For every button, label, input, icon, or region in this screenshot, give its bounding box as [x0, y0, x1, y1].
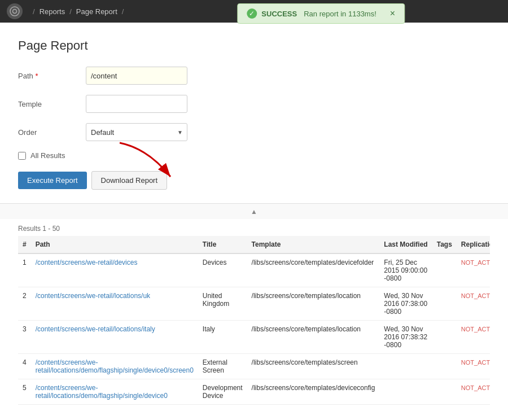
path-link[interactable]: /content/screens/we-retail/locations/ita… [36, 325, 155, 333]
table-row: 1 /content/screens/we-retail/devices Dev… [18, 253, 490, 287]
results-section: Results 1 - 50 # Path Title Template Las… [0, 219, 508, 405]
cell-title: Development Device [198, 379, 247, 405]
col-header-title: Title [198, 236, 247, 253]
cell-lastmod: Wed, 30 Nov 2016 07:38:00 -0800 [379, 287, 432, 321]
divider-row: ▲ [0, 203, 508, 219]
table-row: 3 /content/screens/we-retail/locations/i… [18, 321, 490, 354]
all-results-checkbox[interactable] [18, 152, 26, 160]
cell-num: 3 [18, 321, 31, 354]
cell-path: /content/screens/we-retail/locations/dem… [31, 354, 198, 379]
cell-repstatus: NOT_ACTIVATED [457, 354, 490, 379]
path-link[interactable]: /content/screens/we-retail/locations/dem… [36, 358, 194, 374]
order-select-wrap: Default Title Path Last Modified ▼ [86, 123, 187, 141]
cell-title: Italy [198, 321, 247, 354]
download-report-button[interactable]: Download Report [91, 171, 167, 190]
cell-num: 2 [18, 287, 31, 321]
table-row: 2 /content/screens/we-retail/locations/u… [18, 287, 490, 321]
table-header: # Path Title Template Last Modified Tags… [18, 236, 490, 253]
col-header-num: # [18, 236, 31, 253]
cell-template: /libs/screens/core/templates/location [247, 287, 380, 321]
cell-tags [432, 321, 457, 354]
cell-path: /content/screens/we-retail/locations/dem… [31, 379, 198, 405]
breadcrumb-page-report[interactable]: Page Report [76, 7, 117, 16]
path-form-group: Path * [18, 67, 490, 85]
breadcrumb-sep-3: / [122, 7, 124, 16]
table-header-row: # Path Title Template Last Modified Tags… [18, 236, 490, 253]
cell-title: External Screen [198, 354, 247, 379]
cell-template: /libs/screens/core/templates/devicefolde… [247, 253, 380, 287]
button-row: Execute Report Download Report [18, 171, 490, 190]
page-title: Page Report [18, 38, 490, 53]
col-header-repstatus: Replication Status [457, 236, 490, 253]
cell-path: /content/screens/we-retail/devices [31, 253, 198, 287]
breadcrumb-reports[interactable]: Reports [40, 7, 65, 16]
cell-title: Devices [198, 253, 247, 287]
results-table: # Path Title Template Last Modified Tags… [18, 236, 490, 405]
toast-success-icon: ✓ [247, 8, 257, 19]
order-select[interactable]: Default Title Path Last Modified [86, 123, 187, 141]
table-body: 1 /content/screens/we-retail/devices Dev… [18, 253, 490, 405]
path-input[interactable] [86, 67, 187, 85]
order-form-group: Order Default Title Path Last Modified ▼ [18, 123, 490, 141]
cell-path: /content/screens/we-retail/locations/ita… [31, 321, 198, 354]
all-results-group: All Results [18, 151, 490, 160]
cell-tags [432, 253, 457, 287]
cell-tags [432, 287, 457, 321]
col-header-template: Template [247, 236, 380, 253]
cell-repstatus: NOT_ACTIVATED [457, 379, 490, 405]
main-content: Page Report Path * Temple Order Default … [0, 23, 508, 420]
collapse-chevron-icon[interactable]: ▲ [251, 208, 257, 216]
table-row: 4 /content/screens/we-retail/locations/d… [18, 354, 490, 379]
path-link[interactable]: /content/screens/we-retail/locations/uk [36, 292, 150, 300]
path-label: Path * [18, 72, 86, 80]
cell-repstatus: NOT_ACTIVATED [457, 287, 490, 321]
replication-status-badge: NOT_ACTIVATED [461, 326, 490, 333]
results-table-wrap[interactable]: # Path Title Template Last Modified Tags… [18, 236, 490, 405]
cell-path: /content/screens/we-retail/locations/uk [31, 287, 198, 321]
svg-point-0 [10, 7, 19, 16]
toast-label: SUCCESS [261, 10, 297, 18]
cell-repstatus: NOT_ACTIVATED [457, 321, 490, 354]
execute-report-button[interactable]: Execute Report [18, 172, 87, 189]
cell-lastmod: Fri, 25 Dec 2015 09:00:00 -0800 [379, 253, 432, 287]
replication-status-badge: NOT_ACTIVATED [461, 259, 490, 266]
cell-tags [432, 354, 457, 379]
cell-lastmod [379, 379, 432, 405]
success-toast: ✓ SUCCESS Ran report in 1133ms! × [237, 3, 405, 24]
cell-template: /libs/screens/core/templates/deviceconfi… [247, 379, 380, 405]
svg-point-1 [13, 10, 17, 14]
col-header-lastmod: Last Modified [379, 236, 432, 253]
topbar: / Reports / Page Report / ✓ SUCCESS Ran … [0, 0, 508, 23]
col-header-tags: Tags [432, 236, 457, 253]
toast-message: Ran report in 1133ms! [304, 10, 376, 18]
cell-num: 1 [18, 253, 31, 287]
replication-status-badge: NOT_ACTIVATED [461, 359, 490, 366]
replication-status-badge: NOT_ACTIVATED [461, 384, 490, 391]
cell-num: 5 [18, 379, 31, 405]
temple-input[interactable] [86, 95, 187, 113]
cell-repstatus: NOT_ACTIVATED [457, 253, 490, 287]
table-row: 5 /content/screens/we-retail/locations/d… [18, 379, 490, 405]
temple-label: Temple [18, 100, 86, 108]
cell-lastmod: Wed, 30 Nov 2016 07:38:32 -0800 [379, 321, 432, 354]
cell-title: United Kingdom [198, 287, 247, 321]
temple-form-group: Temple [18, 95, 490, 113]
breadcrumb-sep-1: / [33, 7, 35, 16]
replication-status-badge: NOT_ACTIVATED [461, 292, 490, 299]
all-results-label[interactable]: All Results [30, 151, 65, 160]
cell-num: 4 [18, 354, 31, 379]
cell-tags [432, 379, 457, 405]
cell-template: /libs/screens/core/templates/location [247, 321, 380, 354]
cell-lastmod [379, 354, 432, 379]
order-label: Order [18, 128, 86, 137]
path-link[interactable]: /content/screens/we-retail/locations/dem… [36, 384, 168, 400]
breadcrumb-sep-2: / [69, 7, 72, 16]
path-link[interactable]: /content/screens/we-retail/devices [36, 259, 138, 266]
app-logo[interactable] [7, 3, 23, 19]
col-header-path: Path [31, 236, 198, 253]
results-count: Results 1 - 50 [18, 219, 490, 236]
toast-close-button[interactable]: × [390, 9, 395, 18]
cell-template: /libs/screens/core/templates/screen [247, 354, 380, 379]
